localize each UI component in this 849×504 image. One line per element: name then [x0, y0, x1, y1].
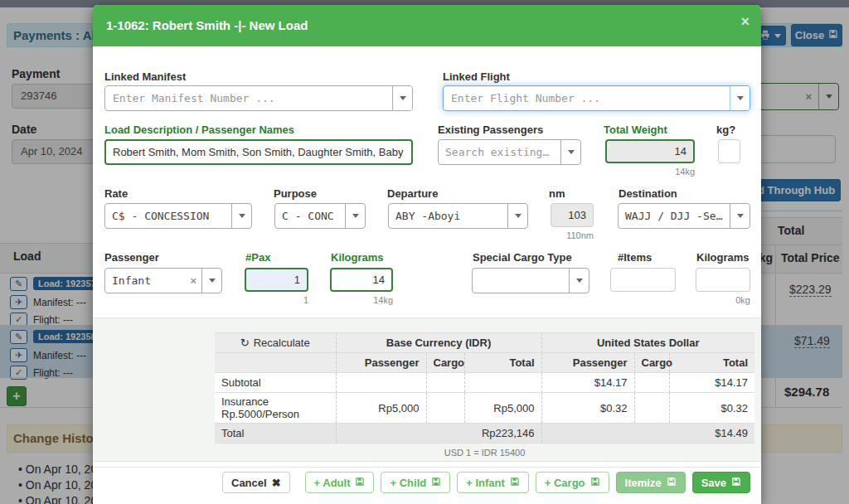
total-weight-sub: 14kg — [605, 167, 695, 177]
existing-passengers-select[interactable]: Search existing pa… — [438, 139, 581, 165]
rate-select[interactable]: C$ - CONCESSION — [104, 203, 252, 229]
special-cargo-label: Special Cargo Type — [473, 251, 572, 264]
linked-flight-label: Linked Flight — [443, 70, 510, 83]
close-icon[interactable]: × — [740, 13, 750, 31]
cell: $0.32 — [541, 393, 634, 424]
linked-manifest-label: Linked Manifest — [104, 70, 186, 83]
usd-group-header: United States Dollar — [541, 333, 754, 353]
row-label: Subtotal — [215, 373, 336, 393]
cost-table: ↻ Recalculate Base Currency (IDR) United… — [215, 332, 754, 443]
add-child-label: + Child — [390, 477, 426, 489]
cargo-kilograms-input[interactable] — [696, 268, 750, 292]
nm-label: nm — [549, 187, 565, 200]
col-header: Cargo — [426, 353, 464, 373]
row-label: Total — [215, 424, 336, 443]
chevron-down-icon[interactable] — [560, 140, 580, 164]
chevron-down-icon[interactable] — [201, 269, 221, 293]
add-cargo-label: + Cargo — [545, 477, 585, 489]
departure-value: ABY -Aboyi — [389, 210, 507, 222]
departure-select[interactable]: ABY -Aboyi — [388, 203, 528, 229]
save-icon — [355, 477, 365, 489]
kg-question-checkbox[interactable] — [718, 139, 740, 163]
cargo-kilograms-sub: 0kg — [696, 295, 750, 305]
save-icon — [590, 477, 600, 489]
col-header: Passenger — [336, 353, 426, 373]
cell: Rp5,000 — [464, 393, 541, 424]
existing-passengers-placeholder: Search existing pa… — [439, 146, 560, 158]
purpose-value: C - CONC — [275, 210, 345, 222]
chevron-down-icon[interactable] — [507, 204, 527, 228]
add-infant-button[interactable]: + Infant — [457, 472, 529, 493]
cell — [634, 393, 669, 424]
col-header: Passenger — [541, 353, 634, 373]
destination-label: Destination — [619, 187, 677, 200]
cell — [336, 373, 426, 393]
cargo-kilograms-label: Kilograms — [696, 251, 750, 264]
cell: Rp5,000 — [336, 393, 426, 424]
refresh-icon: ↻ — [240, 337, 250, 349]
rate-label: Rate — [104, 187, 128, 200]
idr-group-header: Base Currency (IDR) — [336, 333, 541, 353]
chevron-down-icon[interactable] — [569, 269, 589, 293]
destination-value: WAJJ / DJJ -Senta… — [619, 210, 730, 222]
save-icon — [731, 477, 741, 489]
linked-flight-group — [443, 85, 750, 111]
usd-grand-total: $14.49 — [541, 424, 754, 443]
departure-label: Departure — [387, 187, 438, 200]
kilograms-input[interactable] — [330, 268, 393, 292]
cancel-button[interactable]: Cancel ✖ — [222, 472, 290, 493]
modal-footer: Cancel ✖ + Adult + Child + Infant + Carg… — [93, 472, 750, 493]
x-icon: ✖ — [272, 477, 281, 489]
total-weight-label: Total Weight — [604, 124, 667, 136]
total-weight-field — [605, 139, 695, 163]
cell: $14.17 — [669, 373, 754, 393]
save-label: Save — [701, 477, 726, 489]
chevron-down-icon[interactable] — [730, 86, 750, 110]
modal-title: 1-1062: Robert Smith -|- New Load — [106, 18, 308, 32]
passenger-value: Infant — [105, 274, 185, 287]
nm-sub: 110nm — [551, 230, 594, 240]
cost-section: ↻ Recalculate Base Currency (IDR) United… — [93, 317, 761, 462]
save-icon — [667, 477, 677, 489]
save-icon — [510, 477, 520, 489]
chevron-down-icon[interactable] — [345, 204, 365, 228]
pax-label: #Pax — [245, 251, 270, 264]
cell: $14.17 — [541, 373, 634, 393]
itemize-button[interactable]: Itemize — [616, 472, 686, 493]
add-adult-button[interactable]: + Adult — [305, 472, 375, 493]
rate-value: C$ - CONCESSION — [105, 210, 231, 222]
purpose-select[interactable]: C - CONC — [274, 203, 366, 229]
items-input[interactable] — [610, 268, 676, 292]
destination-select[interactable]: WAJJ / DJJ -Senta… — [618, 203, 750, 229]
passenger-label: Passenger — [104, 251, 159, 264]
save-icon — [431, 477, 441, 489]
linked-flight-input[interactable] — [444, 86, 730, 110]
add-child-button[interactable]: + Child — [381, 472, 450, 493]
recalculate-button[interactable]: ↻ Recalculate — [240, 337, 310, 349]
chevron-down-icon[interactable] — [730, 204, 750, 228]
save-button[interactable]: Save — [692, 472, 750, 493]
pax-sub: 1 — [245, 295, 308, 305]
cell — [634, 373, 669, 393]
chevron-down-icon[interactable] — [231, 204, 251, 228]
special-cargo-select[interactable] — [472, 268, 589, 293]
pax-input[interactable] — [245, 268, 308, 292]
nm-field — [551, 203, 594, 227]
divider — [93, 467, 761, 468]
add-adult-label: + Adult — [314, 477, 351, 489]
add-cargo-button[interactable]: + Cargo — [536, 472, 609, 493]
row-label: Insurance Rp.5000/Person — [215, 393, 336, 424]
purpose-label: Purpose — [274, 187, 317, 200]
cell — [426, 393, 464, 424]
existing-passengers-label: Existing Passengers — [438, 124, 543, 136]
itemize-label: Itemize — [625, 477, 662, 489]
col-header: Total — [669, 353, 754, 373]
chevron-down-icon[interactable] — [392, 86, 412, 110]
exchange-rate-note: USD 1 = IDR 15400 — [215, 448, 754, 458]
passenger-select[interactable]: Infant × — [104, 268, 222, 293]
load-description-input[interactable] — [104, 139, 413, 165]
load-description-label: Load Description / Passenger Names — [104, 124, 294, 136]
cancel-label: Cancel — [231, 477, 267, 489]
linked-manifest-input[interactable] — [105, 86, 392, 110]
clear-icon[interactable]: × — [185, 274, 201, 287]
